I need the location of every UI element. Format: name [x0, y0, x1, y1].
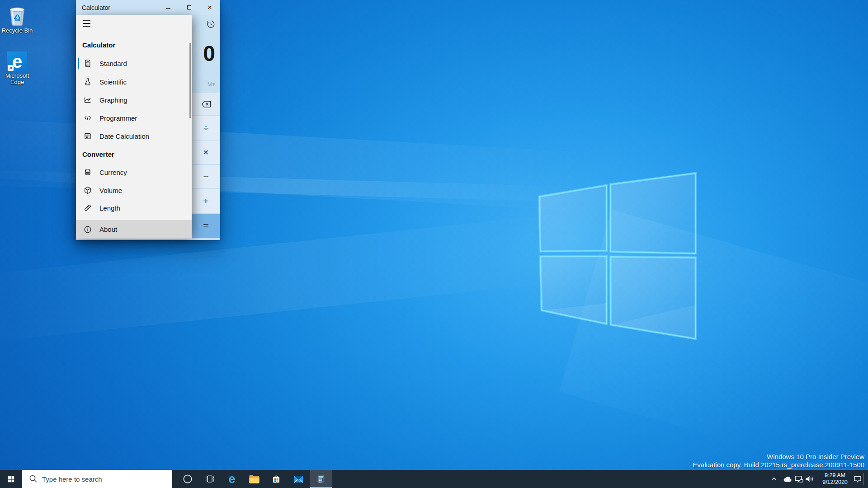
watermark-line1: Windows 10 Pro Insider Preview — [693, 453, 864, 461]
file-explorer-icon — [249, 474, 260, 484]
desktop-icon-recycle-bin[interactable]: Recycle Bin — [0, 5, 34, 34]
calculator-body: 0 M▾ ÷ × − + = — [76, 15, 220, 240]
taskbar-search — [22, 470, 172, 488]
calculator-icon — [316, 474, 326, 484]
maximize-button[interactable] — [179, 0, 199, 15]
store-icon — [271, 474, 281, 484]
currency-icon — [84, 168, 92, 176]
plus-key[interactable]: + — [192, 189, 220, 213]
watermark-line2: Evaluation copy. Build 20215.rs_prerelea… — [693, 461, 864, 469]
length-icon — [84, 204, 92, 212]
clock-time: 9:29 AM — [816, 472, 854, 479]
date-calculation-icon — [84, 132, 92, 140]
memory-flyout-button[interactable]: M▾ — [208, 81, 215, 88]
chevron-up-icon — [771, 476, 777, 482]
close-icon: ✕ — [208, 5, 212, 10]
clock-date: 9/12/2020 — [816, 479, 854, 486]
taskbar-calculator-button-active[interactable] — [310, 470, 332, 488]
menu-item-graphing[interactable]: Graphing — [76, 91, 192, 109]
menu-item-programmer[interactable]: Programmer — [76, 109, 192, 127]
backspace-icon — [201, 101, 211, 108]
desktop: Recycle Bin e Microsoft Edge Windows 10 … — [0, 0, 868, 488]
minimize-icon — [166, 8, 170, 9]
menu-item-date-calculation[interactable]: Date Calculation — [76, 127, 192, 145]
backspace-key[interactable] — [192, 93, 220, 115]
minus-key[interactable]: − — [192, 165, 220, 188]
windows-logo-wallpaper — [536, 169, 699, 342]
window-title: Calculator — [76, 4, 110, 11]
taskbar-cortana-button[interactable] — [177, 470, 198, 488]
tray-onedrive-button[interactable] — [782, 470, 793, 488]
menu-section-heading: Converter — [82, 149, 114, 160]
calculator-window: Calculator ✕ 0 M▾ — [76, 0, 220, 240]
shortcut-arrow-icon — [8, 65, 14, 71]
tray-show-hidden-icons-button[interactable] — [768, 470, 780, 488]
taskbar-task-view-button[interactable] — [199, 470, 221, 488]
menu-item-volume[interactable]: Volume — [76, 181, 192, 199]
search-input[interactable] — [22, 470, 172, 488]
standard-icon — [84, 59, 92, 67]
menu-item-scientific[interactable]: Scientific — [76, 73, 192, 91]
action-center-icon — [854, 475, 862, 483]
menu-item-currency[interactable]: Currency — [76, 163, 192, 181]
menu-item-standard[interactable]: Standard — [76, 54, 192, 72]
multiply-key[interactable]: × — [192, 141, 220, 164]
show-desktop-button[interactable] — [864, 470, 868, 488]
desktop-icon-label: Recycle Bin — [0, 28, 34, 34]
maximize-icon — [187, 5, 191, 9]
menu-section-heading: Calculator — [82, 39, 115, 50]
taskbar-file-explorer-button[interactable] — [243, 470, 265, 488]
onedrive-cloud-icon — [783, 476, 792, 482]
edge-icon: e — [228, 473, 235, 485]
network-ethernet-icon — [795, 475, 803, 483]
keypad-column: ÷ × − + = — [192, 93, 220, 238]
tray-volume-button[interactable] — [803, 470, 815, 488]
history-button[interactable] — [206, 19, 216, 29]
taskbar-store-button[interactable] — [265, 470, 287, 488]
desktop-icon-label: Microsoft Edge — [3, 73, 32, 85]
taskbar: The Collection Book — [0, 470, 868, 488]
flyout-scrollbar[interactable] — [189, 43, 191, 118]
calculator-display: 0 — [203, 41, 215, 66]
minimize-button[interactable] — [158, 0, 179, 15]
speaker-icon — [805, 475, 814, 483]
recycle-bin-icon — [0, 5, 34, 26]
history-icon — [207, 20, 215, 28]
windows-start-icon — [7, 475, 15, 483]
taskbar-edge-button[interactable]: e — [221, 470, 243, 488]
close-button[interactable]: ✕ — [199, 0, 220, 15]
cortana-icon — [183, 474, 193, 484]
task-view-icon — [205, 474, 215, 484]
menu-item-length[interactable]: Length — [76, 199, 192, 213]
mail-icon — [293, 474, 304, 483]
graphing-icon — [84, 96, 92, 104]
navigation-flyout: Calculator — [76, 15, 192, 239]
equals-key[interactable]: = — [192, 214, 220, 238]
menu-item-about[interactable]: About — [76, 220, 192, 239]
about-icon — [84, 225, 92, 234]
selected-indicator — [78, 58, 79, 69]
desktop-icon-microsoft-edge[interactable]: e Microsoft Edge — [0, 52, 34, 85]
divide-key[interactable]: ÷ — [192, 116, 220, 140]
start-button[interactable] — [0, 470, 22, 488]
taskbar-mail-button[interactable] — [288, 470, 309, 488]
wallpaper-ray — [559, 209, 868, 486]
tray-clock[interactable]: 9:29 AM 9/12/2020 — [816, 470, 854, 488]
volume-icon — [84, 186, 92, 194]
edge-icon: e — [7, 52, 27, 71]
programmer-icon — [84, 114, 92, 122]
menu-scroll-area: Calculator — [76, 15, 192, 213]
build-watermark: Windows 10 Pro Insider Preview Evaluatio… — [693, 453, 864, 469]
action-center-button[interactable] — [852, 470, 863, 488]
scientific-icon — [84, 78, 92, 86]
